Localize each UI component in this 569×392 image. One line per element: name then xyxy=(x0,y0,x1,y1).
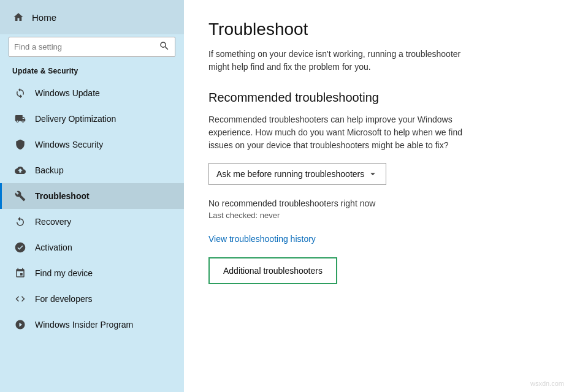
delivery-icon xyxy=(14,113,26,125)
insider-icon xyxy=(14,318,26,331)
activation-icon xyxy=(14,241,26,254)
search-box[interactable] xyxy=(9,37,175,57)
main-content: Troubleshoot If something on your device… xyxy=(184,0,569,392)
sidebar-item-label: Windows Security xyxy=(35,140,103,149)
sidebar-item-troubleshoot[interactable]: Troubleshoot xyxy=(0,183,184,209)
backup-icon xyxy=(14,164,26,176)
home-label: Home xyxy=(32,12,56,23)
find-icon xyxy=(14,267,26,279)
sidebar-item-find-my-device[interactable]: Find my device xyxy=(0,260,184,286)
sidebar-item-activation[interactable]: Activation xyxy=(0,235,184,260)
home-icon xyxy=(12,11,25,23)
shield-icon xyxy=(14,138,26,151)
sidebar-item-for-developers[interactable]: For developers xyxy=(0,286,184,312)
additional-troubleshooters-button[interactable]: Additional troubleshooters xyxy=(208,257,337,284)
sidebar-item-label: Recovery xyxy=(35,217,71,227)
sidebar-item-label: Backup xyxy=(35,165,64,175)
dev-icon xyxy=(14,293,26,305)
sidebar-item-label: Windows Insider Program xyxy=(35,320,133,330)
page-title: Troubleshoot xyxy=(208,20,544,39)
last-checked-text: Last checked: never xyxy=(208,211,544,220)
search-input[interactable] xyxy=(14,42,159,51)
sidebar-item-recovery[interactable]: Recovery xyxy=(0,209,184,235)
sidebar-item-delivery-optimization[interactable]: Delivery Optimization xyxy=(0,106,184,132)
sidebar: Home Update & Security Windows Update De… xyxy=(0,0,184,392)
update-icon xyxy=(14,87,26,99)
troubleshoot-dropdown[interactable]: Ask me before running troubleshooters xyxy=(208,163,386,185)
watermark: wsxdn.com xyxy=(530,380,564,387)
sidebar-item-windows-security[interactable]: Windows Security xyxy=(0,132,184,157)
recommended-heading: Recommended troubleshooting xyxy=(208,91,544,105)
sidebar-item-label: Troubleshoot xyxy=(35,191,90,201)
chevron-down-icon xyxy=(367,168,378,179)
recovery-icon xyxy=(14,216,26,228)
sidebar-item-label: Windows Update xyxy=(35,88,100,98)
sidebar-item-windows-update[interactable]: Windows Update xyxy=(0,80,184,106)
sidebar-item-label: Delivery Optimization xyxy=(35,114,116,124)
sidebar-item-home[interactable]: Home xyxy=(0,0,184,34)
dropdown-value: Ask me before running troubleshooters xyxy=(216,169,364,179)
search-icon xyxy=(159,40,170,53)
sidebar-item-label: For developers xyxy=(35,294,92,304)
troubleshoot-icon xyxy=(14,190,26,202)
page-subtitle: If something on your device isn't workin… xyxy=(208,48,478,74)
view-history-link[interactable]: View troubleshooting history xyxy=(208,234,316,244)
sidebar-item-label: Activation xyxy=(35,243,72,252)
status-text: No recommended troubleshooters right now xyxy=(208,198,544,208)
sidebar-item-label: Find my device xyxy=(35,268,93,278)
recommended-desc: Recommended troubleshooters can help imp… xyxy=(208,113,478,152)
sidebar-item-windows-insider[interactable]: Windows Insider Program xyxy=(0,312,184,337)
section-title: Update & Security xyxy=(0,63,184,80)
sidebar-item-backup[interactable]: Backup xyxy=(0,157,184,183)
